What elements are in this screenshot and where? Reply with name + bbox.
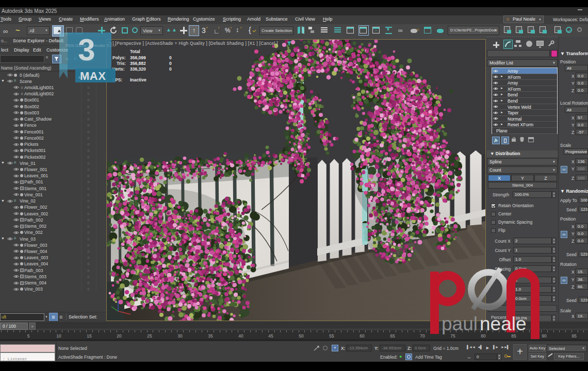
svg-text:neale: neale (480, 313, 527, 334)
svg-text:paul: paul (442, 313, 478, 334)
